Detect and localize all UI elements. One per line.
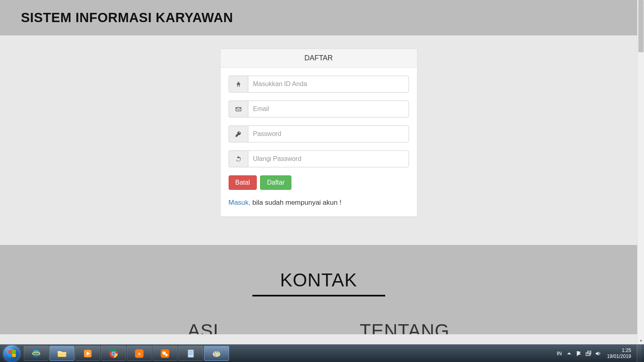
- footer-partial-row: ASI TENTANG: [188, 320, 450, 334]
- svg-point-11: [163, 351, 166, 354]
- main-content: DAFTAR: [0, 35, 637, 245]
- windows-logo-icon: [4, 346, 20, 362]
- taskbar-item-xampp[interactable]: X: [127, 346, 152, 361]
- volume-icon[interactable]: [595, 350, 601, 357]
- footer-section: KONTAK ASI TENTANG: [0, 245, 637, 334]
- register-panel: DAFTAR: [220, 49, 417, 217]
- svg-text:X: X: [138, 352, 141, 356]
- footer-partial-left: ASI: [188, 320, 219, 334]
- id-input-group: [229, 76, 409, 93]
- refresh-icon: [229, 150, 248, 167]
- footer-title: KONTAK: [280, 269, 357, 291]
- svg-point-20: [218, 352, 219, 354]
- svg-point-22: [215, 354, 217, 356]
- svg-point-19: [216, 352, 217, 353]
- login-link[interactable]: Masuk,: [229, 199, 251, 206]
- clock-time: 1:25: [607, 348, 631, 353]
- footer-underline: [252, 295, 385, 296]
- system-tray: IN 1:25 19/01/2019: [557, 345, 644, 362]
- browser-scrollbar[interactable]: ▲ ▼: [637, 0, 644, 344]
- language-indicator[interactable]: IN: [557, 350, 562, 356]
- panel-heading: DAFTAR: [221, 49, 417, 68]
- register-button[interactable]: Daftar: [260, 175, 291, 190]
- show-desktop-button[interactable]: [637, 345, 642, 362]
- key-icon: [229, 125, 248, 142]
- svg-rect-13: [188, 350, 194, 357]
- repeat-password-input-group: [229, 150, 409, 167]
- svg-point-21: [217, 354, 219, 356]
- taskbar-item-chrome[interactable]: [101, 346, 126, 361]
- scrollbar-down-arrow[interactable]: ▼: [638, 337, 644, 344]
- svg-point-0: [237, 81, 239, 82]
- svg-point-18: [214, 352, 215, 354]
- windows-taskbar: X IN 1:25 19/01/2019: [0, 344, 644, 362]
- start-button[interactable]: [0, 345, 23, 362]
- taskbar-item-ie[interactable]: [24, 346, 49, 361]
- email-input-group: [229, 101, 409, 117]
- login-hint: Masuk, bila sudah mempunyai akun !: [229, 199, 409, 207]
- email-input[interactable]: [248, 101, 409, 117]
- login-hint-text: bila sudah mempunyai akun !: [250, 199, 341, 206]
- taskbar-item-paint[interactable]: [204, 346, 229, 361]
- svg-point-7: [112, 352, 115, 355]
- page-header: SISTEM INFORMASI KARYAWAN: [0, 0, 637, 35]
- password-input[interactable]: [248, 125, 409, 142]
- taskbar-clock[interactable]: 1:25 19/01/2019: [607, 348, 631, 359]
- repeat-password-input[interactable]: [248, 150, 409, 167]
- taskbar-item-notepad[interactable]: [178, 346, 203, 361]
- scrollbar-thumb[interactable]: [638, 0, 644, 52]
- password-input-group: [229, 125, 409, 142]
- action-center-flag-icon[interactable]: [576, 350, 582, 357]
- footer-partial-right: TENTANG: [359, 320, 449, 334]
- taskbar-item-media-player[interactable]: [75, 346, 100, 361]
- taskbar-item-explorer[interactable]: [50, 346, 74, 361]
- network-icon[interactable]: [585, 350, 592, 357]
- taskbar-item-uc-browser[interactable]: [153, 346, 178, 361]
- page-title: SISTEM INFORMASI KARYAWAN: [21, 10, 233, 25]
- panel-body: Batal Daftar Masuk, bila sudah mempunyai…: [221, 68, 417, 216]
- cancel-button[interactable]: Batal: [229, 175, 257, 190]
- taskbar-items: X: [23, 345, 229, 362]
- envelope-icon: [229, 101, 248, 117]
- tray-chevron-up-icon[interactable]: [566, 350, 572, 357]
- clock-date: 19/01/2019: [607, 354, 631, 359]
- person-icon: [229, 76, 248, 93]
- id-input[interactable]: [248, 76, 409, 93]
- svg-point-12: [165, 354, 168, 356]
